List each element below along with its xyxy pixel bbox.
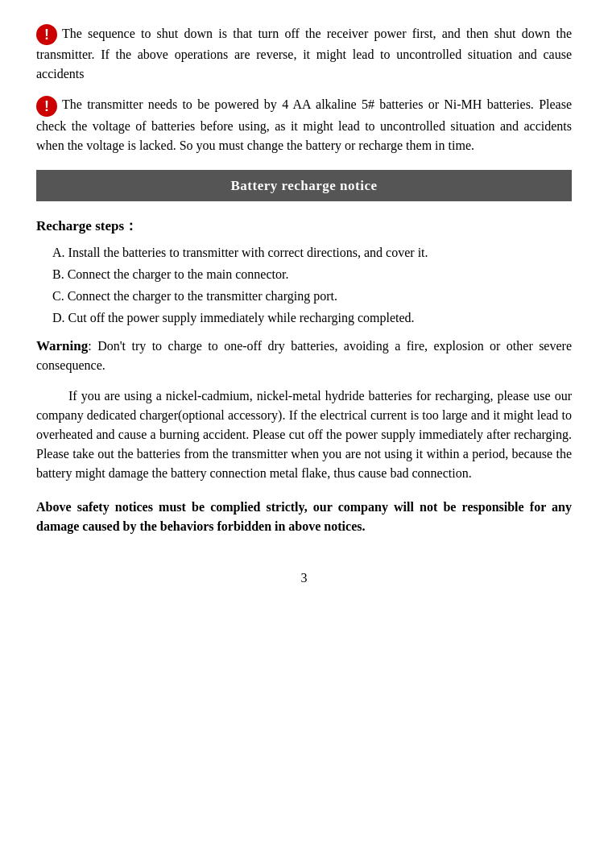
final-notice-text: Above safety notices must be complied st… xyxy=(36,498,572,536)
recharge-steps-list: A. Install the batteries to transmitter … xyxy=(52,243,572,328)
warning-continuation: : Don't try to charge to one-off dry bat… xyxy=(36,339,572,373)
final-notice: Above safety notices must be complied st… xyxy=(36,498,572,536)
nickel-paragraph: If you are using a nickel-cadmium, nicke… xyxy=(36,386,572,483)
step-b: B. Connect the charger to the main conne… xyxy=(52,265,572,284)
step-c: C. Connect the charger to the transmitte… xyxy=(52,287,572,306)
warning-label: Warning xyxy=(36,338,88,353)
recharge-title: Recharge steps： xyxy=(36,216,572,237)
paragraph-1-content: The sequence to shut down is that turn o… xyxy=(36,27,572,81)
warning-icon-2: ! xyxy=(36,96,57,117)
warning-text-block: Warning: Don't try to charge to one-off … xyxy=(36,336,572,376)
step-a: A. Install the batteries to transmitter … xyxy=(52,243,572,262)
paragraph-2-block: !The transmitter needs to be powered by … xyxy=(36,95,572,155)
nickel-paragraph-text: If you are using a nickel-cadmium, nicke… xyxy=(36,386,572,483)
recharge-section: Recharge steps： A. Install the batteries… xyxy=(36,216,572,375)
warning-icon-1: ! xyxy=(36,24,57,45)
paragraph-2-content: The transmitter needs to be powered by 4… xyxy=(36,97,572,151)
page-number: 3 xyxy=(36,568,572,588)
page-number-value: 3 xyxy=(301,571,308,585)
paragraph-2-text: !The transmitter needs to be powered by … xyxy=(36,95,572,155)
step-d: D. Cut off the power supply immediately … xyxy=(52,308,572,328)
section-header-label: Battery recharge notice xyxy=(230,178,377,193)
paragraph-1-text: !The sequence to shut down is that turn … xyxy=(36,24,572,84)
paragraph-1-block: !The sequence to shut down is that turn … xyxy=(36,24,572,84)
section-header: Battery recharge notice xyxy=(36,170,572,202)
